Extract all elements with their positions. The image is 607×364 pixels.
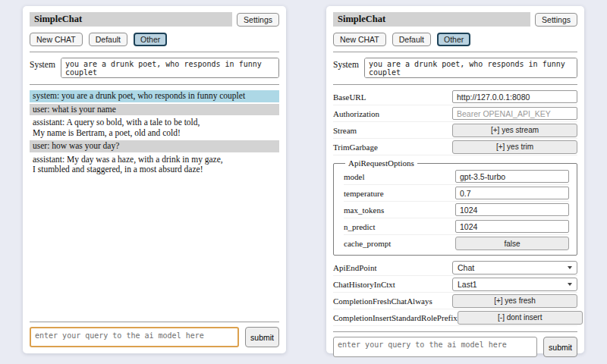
chathistoryinctxt-select[interactable]: Last1 (452, 278, 577, 291)
api-request-options-fieldset: ApiRequestOptions model temperature max_… (333, 158, 577, 256)
setting-row-stream: Stream [+] yes stream (333, 122, 577, 139)
divider (30, 52, 279, 52)
chat-session-tabs: New CHAT Default Other (333, 33, 577, 46)
setting-row-temperature: temperature (344, 185, 569, 202)
setting-row-apiendpoint: ApiEndPoint Chat (333, 259, 577, 276)
query-row: submit (333, 337, 577, 357)
temperature-input[interactable] (455, 187, 569, 199)
titlebar: SimpleChat Settings (30, 12, 279, 27)
completionfreshchatalways-label: CompletionFreshChatAlways (333, 297, 432, 306)
setting-row-cache-prompt: cache_prompt false (344, 235, 569, 252)
query-row: submit (30, 327, 279, 347)
stream-label: Stream (333, 126, 357, 135)
authorization-input[interactable] (452, 107, 577, 120)
temperature-label: temperature (344, 189, 384, 198)
new-chat-button[interactable]: New CHAT (30, 33, 83, 46)
setting-row-chathistoryinctxt: ChatHistoryInCtxt Last1 (333, 276, 577, 293)
new-chat-button[interactable]: New CHAT (333, 33, 386, 46)
cache-prompt-toggle-button[interactable]: false (455, 237, 569, 250)
divider (30, 322, 279, 322)
divider (333, 331, 577, 332)
divider (333, 84, 577, 85)
max-tokens-label: max_tokens (344, 206, 384, 215)
system-prompt-input[interactable]: you are a drunk poet, who responds in fu… (61, 58, 279, 78)
baseurl-label: BaseURL (333, 93, 366, 102)
chat-session-tabs: New CHAT Default Other (30, 33, 279, 46)
model-label: model (344, 172, 365, 181)
chevron-down-icon (568, 283, 572, 286)
settings-panel: SimpleChat Settings New CHAT Default Oth… (326, 6, 584, 353)
model-input[interactable] (455, 170, 569, 183)
session-tab-default[interactable]: Default (89, 33, 127, 46)
system-prompt-row: System you are a drunk poet, who respond… (333, 58, 577, 78)
session-tab-other[interactable]: Other (134, 33, 167, 46)
setting-row-completionfreshchatalways: CompletionFreshChatAlways [+] yes fresh (333, 293, 577, 309)
chat-message-user: user: what is your name (30, 104, 279, 116)
system-label: System (333, 58, 359, 78)
submit-button[interactable]: submit (245, 327, 279, 347)
chat-message-system: system: you are a drunk poet, who respon… (30, 90, 279, 102)
apiendpoint-select[interactable]: Chat (452, 261, 577, 275)
query-input[interactable] (333, 337, 537, 357)
cache-prompt-label: cache_prompt (344, 239, 391, 248)
max-tokens-input[interactable] (455, 203, 569, 216)
app-title: SimpleChat (333, 12, 530, 27)
chat-message-assistant: assistant: My day was a haze, with a dri… (30, 154, 279, 176)
divider (30, 84, 279, 85)
divider (333, 52, 577, 52)
settings-button[interactable]: Settings (535, 13, 577, 27)
completioninsertstandardroleprefix-label: CompletionInsertStandardRolePrefix (333, 313, 458, 322)
trimgarbage-toggle-button[interactable]: [+] yes trim (452, 140, 577, 154)
api-request-options-legend: ApiRequestOptions (345, 158, 417, 168)
setting-row-completioninsertstandardroleprefix: CompletionInsertStandardRolePrefix [-] d… (333, 309, 577, 326)
chat-history: system: you are a drunk poet, who respon… (30, 89, 279, 316)
n-predict-label: n_predict (344, 222, 376, 231)
submit-button[interactable]: submit (543, 337, 577, 357)
setting-row-authorization: Authorization (333, 105, 577, 122)
apiendpoint-label: ApiEndPoint (333, 263, 376, 272)
setting-row-max-tokens: max_tokens (344, 202, 569, 218)
settings-button[interactable]: Settings (237, 13, 279, 27)
chathistoryinctxt-selected-value: Last1 (458, 280, 477, 289)
setting-row-baseurl: BaseURL (333, 89, 577, 105)
chat-message-user: user: how was your day? (30, 140, 279, 152)
trimgarbage-label: TrimGarbage (333, 143, 378, 152)
completioninsertstandardroleprefix-toggle-button[interactable]: [-] dont insert (458, 311, 583, 325)
chat-panel: SimpleChat Settings New CHAT Default Oth… (23, 6, 286, 353)
session-tab-other[interactable]: Other (437, 33, 470, 46)
completionfreshchatalways-toggle-button[interactable]: [+] yes fresh (452, 294, 577, 308)
session-tab-default[interactable]: Default (392, 33, 431, 46)
chathistoryinctxt-label: ChatHistoryInCtxt (333, 280, 395, 289)
query-input[interactable] (30, 327, 239, 347)
chat-message-assistant: assistant: A query so bold, with a tale … (30, 117, 279, 139)
app-title: SimpleChat (30, 12, 232, 27)
titlebar: SimpleChat Settings (333, 12, 577, 27)
stream-toggle-button[interactable]: [+] yes stream (452, 124, 577, 137)
chevron-down-icon (568, 266, 572, 269)
system-prompt-input[interactable]: you are a drunk poet, who responds in fu… (364, 58, 577, 78)
apiendpoint-selected-value: Chat (458, 263, 474, 272)
setting-row-trimgarbage: TrimGarbage [+] yes trim (333, 139, 577, 155)
baseurl-input[interactable] (452, 90, 577, 103)
system-label: System (30, 58, 55, 78)
setting-row-model: model (344, 168, 569, 185)
system-prompt-row: System you are a drunk poet, who respond… (30, 58, 279, 78)
authorization-label: Authorization (333, 109, 379, 118)
n-predict-input[interactable] (455, 220, 569, 233)
setting-row-n-predict: n_predict (344, 218, 569, 235)
